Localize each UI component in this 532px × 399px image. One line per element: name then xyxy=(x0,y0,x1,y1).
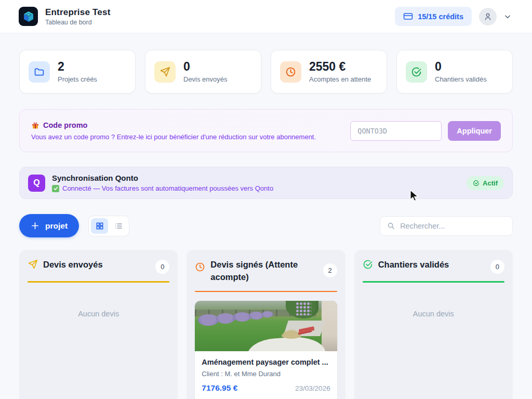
column-count-badge: 0 xyxy=(490,260,504,274)
header: Entreprise Test Tableau de bord 15/15 cr… xyxy=(0,0,532,33)
clock-icon xyxy=(280,61,301,83)
empty-state-text: Aucun devis xyxy=(28,310,169,318)
page-title: Entreprise Test xyxy=(45,7,111,18)
clock-icon xyxy=(195,262,205,272)
add-project-button[interactable]: projet xyxy=(19,214,79,237)
list-view-button[interactable] xyxy=(110,218,127,234)
project-photo xyxy=(195,301,337,351)
credit-card-icon xyxy=(403,11,413,21)
check-circle-icon xyxy=(473,180,480,187)
project-client: Client : M. et Mme Durand xyxy=(202,370,330,378)
stat-value: 2 xyxy=(58,60,97,73)
stats-row: 2 Projets créés 0 Devis envoyés 25 xyxy=(19,50,513,94)
promo-title: Code promo xyxy=(43,121,87,129)
grid-icon xyxy=(96,222,104,230)
column-count-badge: 2 xyxy=(323,263,337,277)
apply-promo-button[interactable]: Appliquer xyxy=(448,121,501,141)
promo-panel: Code promo Vous avez un code promo ? Ent… xyxy=(19,109,513,152)
stat-card-projects: 2 Projets créés xyxy=(19,50,136,94)
stat-label: Projets créés xyxy=(58,75,97,83)
promo-description: Vous avez un code promo ? Entrez-le ici … xyxy=(31,133,316,141)
project-date: 23/03/2026 xyxy=(295,384,330,392)
qonto-logo: Q xyxy=(28,175,45,192)
stat-card-quotes-sent: 0 Devis envoyés xyxy=(145,50,261,94)
project-price: 7176.95 € xyxy=(202,383,237,393)
column-title: Devis signés (Attente acompte) xyxy=(210,259,317,284)
stat-card-sites-validated: 0 Chantiers validés xyxy=(396,50,513,94)
plus-icon xyxy=(31,221,39,230)
stat-label: Chantiers validés xyxy=(435,75,487,83)
toolbar: projet xyxy=(19,214,513,237)
column-accent-line xyxy=(363,281,504,283)
column-chantiers-valides: Chantiers validés 0 Aucun devis xyxy=(354,250,513,399)
column-accent-line xyxy=(195,291,337,292)
check-circle-icon xyxy=(406,61,427,83)
chevron-down-icon[interactable] xyxy=(504,13,511,20)
paper-plane-icon xyxy=(28,259,38,270)
stat-card-deposits-pending: 2550 € Acomptes en attente xyxy=(271,50,387,94)
column-title: Chantiers validés xyxy=(378,259,485,271)
stat-value: 2550 € xyxy=(309,60,371,73)
project-title: Aménagement paysager complet ... xyxy=(202,358,330,366)
app-logo xyxy=(19,7,38,26)
project-card[interactable]: Aménagement paysager complet ... Client … xyxy=(195,301,337,399)
paper-plane-icon xyxy=(154,61,176,83)
credits-badge[interactable]: 15/15 crédits xyxy=(395,7,472,26)
check-circle-icon xyxy=(363,259,373,270)
grid-view-button[interactable] xyxy=(91,218,108,234)
stat-value: 0 xyxy=(183,60,228,73)
search-box xyxy=(380,216,513,236)
column-title: Devis envoyés xyxy=(43,259,150,271)
avatar[interactable] xyxy=(479,8,497,25)
page-subtitle: Tableau de bord xyxy=(45,19,111,26)
cube-3d-icon xyxy=(22,10,35,23)
column-devis-signes: Devis signés (Attente acompte) 2 xyxy=(187,250,345,399)
promo-code-input[interactable] xyxy=(350,121,442,141)
qonto-title: Synchronisation Qonto xyxy=(52,174,273,182)
stat-label: Devis envoyés xyxy=(183,75,228,83)
person-icon xyxy=(483,12,493,21)
view-toggle xyxy=(88,216,129,236)
stat-value: 0 xyxy=(435,60,487,73)
qonto-status-text: Connecté — Vos factures sont automatique… xyxy=(62,184,273,192)
empty-state-text: Aucun devis xyxy=(363,310,504,318)
column-count-badge: 0 xyxy=(155,260,169,274)
search-input[interactable] xyxy=(400,222,506,230)
stat-label: Acomptes en attente xyxy=(309,75,371,83)
search-icon xyxy=(387,221,395,230)
gift-icon xyxy=(31,121,39,129)
folder-icon xyxy=(29,61,50,83)
qonto-sync-banner: Q Synchronisation Qonto Connecté — Vos f… xyxy=(19,167,513,199)
kanban-board: Devis envoyés 0 Aucun devis Devis signés… xyxy=(19,250,513,399)
list-icon xyxy=(114,222,123,230)
credits-label: 15/15 crédits xyxy=(418,12,463,21)
check-square-icon xyxy=(52,185,59,192)
active-status-badge: Actif xyxy=(467,176,504,190)
column-devis-envoyes: Devis envoyés 0 Aucun devis xyxy=(19,250,178,399)
column-accent-line xyxy=(28,281,169,283)
active-badge-label: Actif xyxy=(483,179,498,187)
